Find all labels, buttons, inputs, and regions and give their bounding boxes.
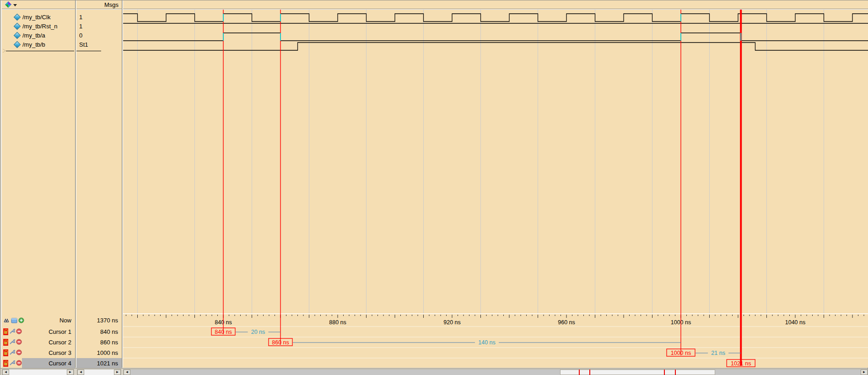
signal-name: /my_tb/Rst_n — [22, 23, 58, 30]
edit-cursor-icon[interactable] — [9, 360, 15, 366]
delete-cursor-icon[interactable] — [16, 360, 22, 366]
signal-name: /my_tb/a — [22, 32, 45, 39]
names-header — [2, 0, 75, 9]
timeline-label: 1040 ns — [785, 319, 805, 326]
scrollbar-cursor-mark — [675, 370, 676, 375]
lock-icon[interactable] — [3, 328, 8, 335]
delete-cursor-icon[interactable] — [16, 349, 22, 355]
msgs-header: Msgs — [76, 0, 122, 9]
cursor-label[interactable]: Cursor 4 — [22, 358, 75, 369]
signal-name: /my_tb/b — [22, 41, 45, 48]
add-cursor-icon[interactable] — [18, 317, 24, 323]
wave-hscrollbar[interactable]: ◄ ► — [123, 369, 868, 375]
cursor-label[interactable]: Cursor 1 — [22, 328, 75, 335]
delta-label: 140 ns — [478, 339, 496, 346]
signal-row[interactable]: /my_tb/Rst_n — [2, 21, 75, 31]
cursor-label[interactable]: Cursor 3 — [22, 349, 75, 356]
cursor-row[interactable]: Cursor 1 — [2, 327, 75, 337]
signal-diamond-icon — [14, 32, 21, 39]
insertion-caret-icon — [3, 49, 5, 53]
timeline-label: 920 ns — [443, 319, 461, 326]
timeline-label: 880 ns — [329, 319, 346, 326]
panel-splitter[interactable] — [75, 0, 76, 368]
names-hscrollbar[interactable]: ◄ ► — [2, 369, 74, 375]
now-label: Now — [24, 317, 75, 324]
cursor-label[interactable]: Cursor 2 — [22, 339, 75, 346]
wave-header — [123, 0, 868, 9]
wave-window: /my_tb/Clk/my_tb/Rst_n/my_tb/a/my_tb/b N… — [0, 0, 868, 375]
edit-cursor-icon[interactable] — [9, 349, 15, 355]
now-value-row: 1370 ns — [76, 314, 122, 327]
lock-icon[interactable] — [3, 339, 8, 346]
cursor-flag-time: 1021 ns — [731, 360, 751, 367]
window-icon[interactable] — [11, 318, 17, 323]
signal-row[interactable]: /my_tb/b — [2, 40, 75, 49]
cursor-value: 1021 ns — [76, 360, 122, 367]
cursor-tool-icon[interactable] — [4, 318, 10, 323]
cursor-value: 860 ns — [76, 339, 122, 346]
signal-value: 1 — [76, 21, 122, 31]
scroll-left-icon[interactable]: ◄ — [77, 370, 84, 375]
cursor-row[interactable]: Cursor 3 — [2, 348, 75, 358]
delta-label: 21 ns — [711, 350, 725, 356]
scroll-left-icon[interactable]: ◄ — [2, 370, 9, 375]
edit-cursor-icon[interactable] — [9, 328, 15, 334]
insertion-line-values — [76, 51, 101, 51]
edit-cursor-icon[interactable] — [9, 339, 15, 345]
signal-diamond-icon — [14, 13, 21, 21]
delete-cursor-icon[interactable] — [16, 339, 22, 345]
waveform-Clk — [123, 14, 868, 21]
cursor-value: 1000 ns — [76, 349, 122, 356]
cursor-flag-time: 840 ns — [215, 329, 232, 335]
scrollbar-cursor-mark — [579, 370, 580, 375]
delete-cursor-icon[interactable] — [16, 328, 22, 334]
scrollbar-strip: ◄ ► ◄ ► ◄ ► — [0, 368, 868, 375]
cursor-value-row[interactable]: 840 ns — [76, 327, 122, 337]
scroll-right-icon[interactable]: ► — [114, 370, 121, 375]
signal-value: 1 — [76, 12, 122, 21]
scroll-right-icon[interactable]: ► — [67, 370, 74, 375]
waveform-canvas[interactable]: 840 ns880 ns920 ns960 ns1000 ns1040 ns20… — [123, 0, 868, 368]
waveform-b — [123, 43, 868, 50]
signal-diamond-icon — [14, 22, 21, 30]
values-hscrollbar[interactable]: ◄ ► — [77, 369, 121, 375]
signal-value: St1 — [76, 40, 122, 49]
chevron-down-icon[interactable] — [13, 4, 17, 6]
insertion-line — [6, 51, 74, 51]
now-row: Now — [2, 314, 75, 327]
now-value: 1370 ns — [76, 317, 122, 324]
signal-row[interactable]: /my_tb/Clk — [2, 12, 75, 21]
signal-name: /my_tb/Clk — [22, 14, 50, 21]
signal-row[interactable]: /my_tb/a — [2, 31, 75, 40]
delta-label: 20 ns — [251, 329, 265, 335]
wave-scroll-thumb[interactable] — [560, 370, 715, 375]
scroll-left-icon[interactable]: ◄ — [124, 370, 130, 375]
signal-value: 0 — [76, 31, 122, 40]
wave-panel: 840 ns880 ns920 ns960 ns1000 ns1040 ns20… — [123, 0, 868, 368]
cursor-flag-time: 1000 ns — [671, 350, 691, 356]
cursor-value-row[interactable]: 1021 ns — [76, 358, 122, 369]
scrollbar-cursor-mark — [664, 370, 665, 375]
cursor-value: 840 ns — [76, 328, 122, 335]
cursor-value-row[interactable]: 860 ns — [76, 337, 122, 348]
scrollbar-cursor-mark — [589, 370, 590, 375]
lock-icon[interactable] — [3, 349, 8, 356]
cursor-row[interactable]: Cursor 2 — [2, 337, 75, 348]
signal-tree-icon[interactable] — [5, 1, 12, 8]
cursor-row[interactable]: Cursor 4 — [2, 358, 75, 369]
signal-diamond-icon — [14, 41, 21, 48]
cursor-flag-time: 860 ns — [272, 339, 289, 346]
timeline-label: 960 ns — [558, 319, 575, 326]
cursor-value-row[interactable]: 1000 ns — [76, 348, 122, 358]
signal-values-panel: Msgs 110St1 1370 ns840 ns860 ns1000 ns10… — [76, 0, 122, 368]
waveform-a — [123, 33, 868, 41]
lock-icon[interactable] — [3, 360, 8, 367]
scroll-right-icon[interactable]: ► — [861, 370, 868, 375]
signal-names-panel: /my_tb/Clk/my_tb/Rst_n/my_tb/a/my_tb/b N… — [1, 0, 75, 368]
